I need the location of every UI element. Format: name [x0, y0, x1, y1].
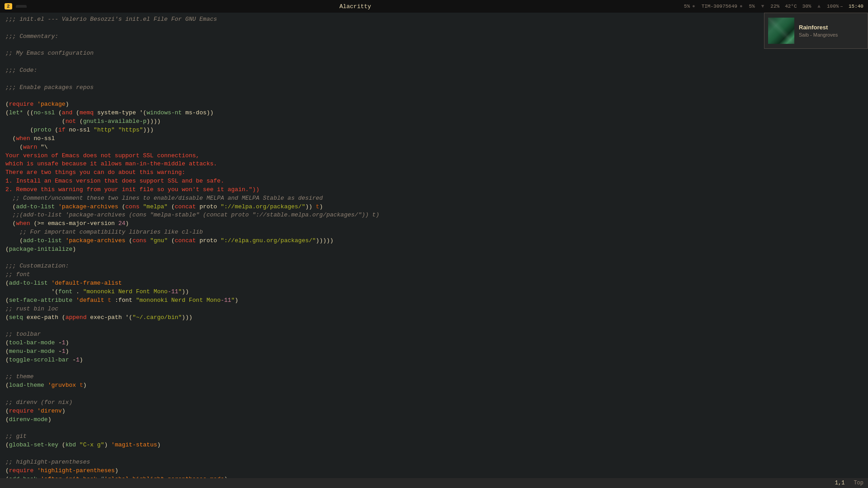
code-line: ;; rust bin loc — [4, 305, 868, 314]
zoom-status: 100% – — [827, 4, 843, 9]
code-line: (direnv-mode) — [4, 416, 868, 424]
zoom-value: 100% — [827, 4, 839, 9]
music-widget[interactable]: Rainforest Saib - Mangroves — [764, 13, 868, 49]
cpu2-status: 5% — [749, 4, 755, 9]
scroll-position: Top — [854, 480, 863, 486]
time-display: 15:40 — [849, 4, 863, 9]
code-line — [4, 92, 868, 101]
battery-value: 22% — [770, 4, 779, 9]
code-line: (menu-bar-mode -1) — [4, 347, 868, 356]
window-title: Alacritty — [340, 3, 371, 10]
temp-status: 42°C — [785, 4, 797, 9]
song-artist: Saib - Mangroves — [799, 32, 864, 38]
code-line — [4, 424, 868, 433]
code-line — [4, 365, 868, 373]
code-line: ;;; Commentary: — [4, 33, 868, 41]
code-line: (package-initialize) — [4, 245, 868, 254]
code-line: (add-to-list 'package-archives (cons "gn… — [4, 237, 868, 245]
code-line: ;;; Customization: — [4, 262, 868, 271]
code-line: (toggle-scroll-bar -1) — [4, 356, 868, 365]
code-line: ;; toolbar — [4, 330, 868, 339]
code-line: There are two things you can do about th… — [4, 169, 868, 177]
code-line — [4, 75, 868, 84]
titlebar-status: 5% ● TIM-30975649 ● 5% ▼ 22% 42°C 30% ▲ … — [684, 4, 863, 9]
code-line: (add-hook 'after-init-hook #'global-high… — [4, 475, 868, 478]
code-line: (require 'package) — [4, 100, 868, 109]
music-info: Rainforest Saib - Mangroves — [799, 24, 864, 38]
code-line: (add-to-list 'package-archives (cons "me… — [4, 203, 868, 211]
titlebar-left: 2 — [5, 3, 27, 9]
code-content: ;;; init.el --- Valerio Besozzi's init.e… — [4, 15, 868, 478]
code-line — [4, 450, 868, 458]
song-title: Rainforest — [799, 24, 864, 31]
code-line: Your version of Emacs does not support S… — [4, 152, 868, 160]
code-line: (proto (if no-ssl "http" "https"))) — [4, 126, 868, 135]
code-line: ;;(add-to-list 'package-archives (cons "… — [4, 211, 868, 220]
code-line: ;;; init.el --- Valerio Besozzi's init.e… — [4, 15, 868, 24]
cpu-status: 5% ● — [684, 4, 696, 9]
cpu2-value: 5% — [749, 4, 755, 9]
code-line: '(font . "mononoki Nerd Font Mono-11")) — [4, 288, 868, 296]
statusbar: 1,1 Top — [0, 478, 868, 488]
code-line: (require 'highlight-parentheses) — [4, 467, 868, 475]
code-line: ;; git — [4, 432, 868, 441]
statusbar-right: 1,1 Top — [835, 480, 863, 486]
code-line: ;; direnv (for nix) — [4, 399, 868, 407]
code-line: 1. Install an Emacs version that does su… — [4, 177, 868, 186]
code-line — [4, 58, 868, 66]
code-line: (setq exec-path (append exec-path '("~/.… — [4, 314, 868, 322]
code-line: (require 'direnv) — [4, 407, 868, 416]
code-line: (when (>= emacs-major-version 24) — [4, 220, 868, 228]
code-line — [4, 41, 868, 50]
code-line: ;;; Code: — [4, 66, 868, 75]
cursor-position: 1,1 — [835, 480, 845, 486]
code-line: (set-face-attribute 'default t :font "mo… — [4, 296, 868, 305]
code-line: ;; For important compatibility libraries… — [4, 228, 868, 237]
code-line — [4, 24, 868, 33]
user-value: TIM-30975649 — [702, 4, 737, 9]
code-line: (let* ((no-ssl (and (memq system-type '(… — [4, 109, 868, 117]
code-line: ;; font — [4, 271, 868, 279]
code-line — [4, 390, 868, 399]
code-line: (when no-ssl — [4, 135, 868, 143]
code-line: (warn "\ — [4, 143, 868, 152]
album-art — [768, 18, 794, 44]
titlebar: 2 Alacritty 5% ● TIM-30975649 ● 5% ▼ 22%… — [0, 0, 868, 13]
main-container: ;;; init.el --- Valerio Besozzi's init.e… — [0, 13, 868, 478]
user-status: TIM-30975649 ● — [702, 4, 744, 9]
tab-number[interactable]: 2 — [5, 3, 12, 9]
tab-item[interactable] — [16, 5, 27, 8]
code-line: ;; My Emacs configuration — [4, 49, 868, 58]
brightness-status: 30% — [802, 4, 811, 9]
code-line: 2. Remove this warning from your init fi… — [4, 186, 868, 194]
code-line — [4, 322, 868, 330]
album-art-image — [768, 18, 794, 44]
code-line: (tool-bar-mode -1) — [4, 339, 868, 347]
code-line: (load-theme 'gruvbox t) — [4, 381, 868, 390]
code-line: ;;; Enable packages repos — [4, 84, 868, 92]
code-line: ;; theme — [4, 373, 868, 381]
brightness-value: 30% — [802, 4, 811, 9]
code-line: (not (gnutls-available-p)))) — [4, 117, 868, 126]
code-line: ;; highlight-parentheses — [4, 458, 868, 467]
code-line: which is unsafe because it allows man-in… — [4, 160, 868, 169]
cpu-value: 5% — [684, 4, 690, 9]
code-line — [4, 254, 868, 263]
code-line: (global-set-key (kbd "C-x g") 'magit-sta… — [4, 441, 868, 450]
battery-status: 22% — [770, 4, 779, 9]
code-editor[interactable]: ;;; init.el --- Valerio Besozzi's init.e… — [0, 13, 868, 478]
temp-value: 42°C — [785, 4, 797, 9]
code-line: (add-to-list 'default-frame-alist — [4, 279, 868, 288]
code-line: ;; Comment/uncomment these two lines to … — [4, 194, 868, 203]
